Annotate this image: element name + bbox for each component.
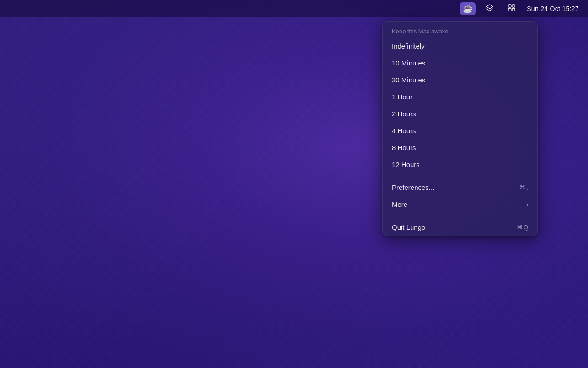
- menu-item-12-hours-label: 12 Hours: [392, 161, 420, 168]
- menu-item-10-minutes[interactable]: 10 Minutes: [383, 54, 537, 71]
- menubar: ☕ Sun 24 Oct 15:27: [0, 0, 588, 17]
- menu-item-4-hours-label: 4 Hours: [392, 127, 416, 135]
- menu-item-8-hours[interactable]: 8 Hours: [383, 139, 537, 156]
- menu-item-1-hour-label: 1 Hour: [392, 93, 412, 101]
- menu-item-1-hour[interactable]: 1 Hour: [383, 88, 537, 105]
- comma-symbol: ,: [526, 184, 528, 191]
- svg-rect-1: [512, 5, 515, 7]
- separator-2: [383, 216, 537, 216]
- menu-item-quit-label: Quit Lungo: [392, 223, 425, 231]
- menu-item-10-minutes-label: 10 Minutes: [392, 59, 425, 67]
- preferences-shortcut: ⌘ ,: [519, 184, 528, 191]
- cmd-symbol-quit: ⌘: [517, 224, 523, 231]
- control-center-icon: [508, 4, 516, 14]
- cmd-symbol: ⌘: [519, 184, 525, 191]
- menu-item-2-hours[interactable]: 2 Hours: [383, 105, 537, 122]
- menu-item-more[interactable]: More ›: [383, 196, 537, 213]
- control-center-menubar-icon[interactable]: [504, 2, 519, 15]
- separator-1: [383, 176, 537, 176]
- svg-rect-0: [508, 5, 511, 7]
- menu-item-indefinitely-label: Indefinitely: [392, 42, 425, 50]
- menu-item-indefinitely[interactable]: Indefinitely: [383, 38, 537, 54]
- layers-menubar-icon[interactable]: [482, 2, 497, 15]
- q-symbol: Q: [524, 224, 528, 231]
- more-chevron-icon: ›: [526, 201, 528, 208]
- menu-item-preferences-label: Preferences...: [392, 184, 434, 191]
- layers-icon: [486, 4, 494, 14]
- dropdown-header: Keep this Mac awake: [383, 22, 537, 38]
- menu-item-preferences[interactable]: Preferences... ⌘ ,: [383, 179, 537, 196]
- lungo-dropdown-menu: Keep this Mac awake Indefinitely 10 Minu…: [382, 21, 538, 236]
- quit-shortcut: ⌘ Q: [517, 224, 528, 231]
- lungo-menubar-icon[interactable]: ☕: [460, 2, 476, 15]
- menu-item-30-minutes[interactable]: 30 Minutes: [383, 71, 537, 88]
- menu-item-quit[interactable]: Quit Lungo ⌘ Q: [383, 219, 537, 236]
- menu-item-8-hours-label: 8 Hours: [392, 144, 416, 152]
- menu-item-12-hours[interactable]: 12 Hours: [383, 156, 537, 173]
- menubar-datetime: Sun 24 Oct 15:27: [527, 5, 579, 12]
- svg-rect-2: [508, 8, 511, 11]
- svg-rect-3: [512, 8, 515, 11]
- menubar-icons: ☕: [460, 2, 519, 15]
- menu-item-30-minutes-label: 30 Minutes: [392, 76, 425, 84]
- menu-item-4-hours[interactable]: 4 Hours: [383, 122, 537, 139]
- coffee-cup-icon: ☕: [463, 4, 473, 14]
- menu-item-more-label: More: [392, 200, 407, 208]
- menu-item-2-hours-label: 2 Hours: [392, 110, 416, 118]
